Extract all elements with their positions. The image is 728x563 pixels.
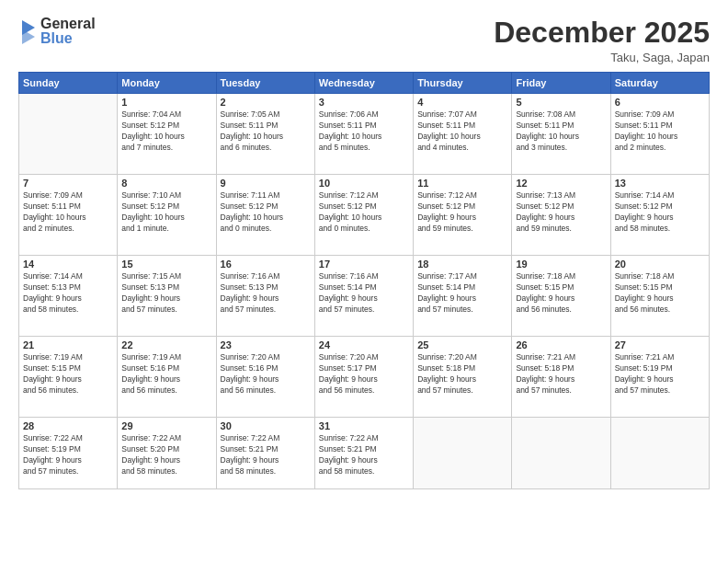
day-info: Sunrise: 7:22 AM Sunset: 5:21 PM Dayligh…	[221, 433, 311, 477]
day-number: 9	[221, 178, 311, 189]
day-number: 13	[615, 178, 705, 189]
calendar-cell: 4Sunrise: 7:07 AM Sunset: 5:11 PM Daylig…	[414, 94, 512, 175]
weekday-header: Thursday	[414, 73, 512, 94]
calendar-cell: 1Sunrise: 7:04 AM Sunset: 5:12 PM Daylig…	[118, 94, 216, 175]
day-number: 30	[221, 420, 311, 431]
day-number: 21	[23, 339, 113, 350]
day-info: Sunrise: 7:16 AM Sunset: 5:14 PM Dayligh…	[319, 271, 409, 316]
day-number: 5	[516, 97, 606, 108]
calendar-week-row: 21Sunrise: 7:19 AM Sunset: 5:15 PM Dayli…	[19, 337, 710, 418]
calendar-cell: 2Sunrise: 7:05 AM Sunset: 5:11 PM Daylig…	[216, 94, 314, 175]
day-info: Sunrise: 7:09 AM Sunset: 5:11 PM Dayligh…	[615, 109, 705, 154]
calendar: SundayMondayTuesdayWednesdayThursdayFrid…	[18, 72, 710, 489]
day-number: 6	[615, 97, 705, 108]
calendar-cell: 18Sunrise: 7:17 AM Sunset: 5:14 PM Dayli…	[414, 256, 512, 337]
weekday-header: Wednesday	[314, 73, 413, 94]
day-number: 8	[121, 178, 211, 189]
day-info: Sunrise: 7:14 AM Sunset: 5:13 PM Dayligh…	[23, 271, 113, 316]
day-number: 2	[221, 97, 311, 108]
calendar-cell: 16Sunrise: 7:16 AM Sunset: 5:13 PM Dayli…	[216, 256, 314, 337]
weekday-header: Monday	[118, 73, 216, 94]
calendar-cell: 6Sunrise: 7:09 AM Sunset: 5:11 PM Daylig…	[610, 94, 709, 175]
calendar-week-row: 28Sunrise: 7:22 AM Sunset: 5:19 PM Dayli…	[19, 418, 710, 489]
calendar-cell: 31Sunrise: 7:22 AM Sunset: 5:21 PM Dayli…	[314, 418, 413, 489]
calendar-cell: 17Sunrise: 7:16 AM Sunset: 5:14 PM Dayli…	[314, 256, 413, 337]
day-info: Sunrise: 7:22 AM Sunset: 5:21 PM Dayligh…	[319, 433, 409, 477]
page: General Blue December 2025 Taku, Saga, J…	[0, 0, 728, 563]
weekday-header: Sunday	[19, 73, 118, 94]
day-info: Sunrise: 7:21 AM Sunset: 5:18 PM Dayligh…	[516, 352, 606, 396]
calendar-cell: 11Sunrise: 7:12 AM Sunset: 5:12 PM Dayli…	[414, 175, 512, 256]
month-title: December 2025	[494, 17, 710, 49]
day-info: Sunrise: 7:11 AM Sunset: 5:12 PM Dayligh…	[221, 190, 311, 235]
day-number: 27	[615, 339, 705, 350]
day-info: Sunrise: 7:19 AM Sunset: 5:15 PM Dayligh…	[23, 352, 113, 396]
day-number: 28	[23, 420, 113, 431]
calendar-cell: 24Sunrise: 7:20 AM Sunset: 5:17 PM Dayli…	[314, 337, 413, 418]
day-info: Sunrise: 7:12 AM Sunset: 5:12 PM Dayligh…	[417, 190, 507, 235]
day-number: 17	[319, 259, 409, 270]
calendar-cell: 29Sunrise: 7:22 AM Sunset: 5:20 PM Dayli…	[118, 418, 216, 489]
day-info: Sunrise: 7:22 AM Sunset: 5:20 PM Dayligh…	[121, 433, 211, 477]
day-info: Sunrise: 7:21 AM Sunset: 5:19 PM Dayligh…	[615, 352, 705, 396]
day-info: Sunrise: 7:17 AM Sunset: 5:14 PM Dayligh…	[417, 271, 507, 316]
day-info: Sunrise: 7:15 AM Sunset: 5:13 PM Dayligh…	[121, 271, 211, 316]
title-area: December 2025 Taku, Saga, Japan	[494, 17, 710, 64]
calendar-cell: 3Sunrise: 7:06 AM Sunset: 5:11 PM Daylig…	[314, 94, 413, 175]
day-number: 31	[319, 420, 409, 431]
calendar-cell: 12Sunrise: 7:13 AM Sunset: 5:12 PM Dayli…	[512, 175, 610, 256]
day-number: 20	[615, 259, 705, 270]
day-number: 4	[417, 97, 507, 108]
calendar-cell: 26Sunrise: 7:21 AM Sunset: 5:18 PM Dayli…	[512, 337, 610, 418]
day-info: Sunrise: 7:05 AM Sunset: 5:11 PM Dayligh…	[221, 109, 311, 154]
calendar-cell: 21Sunrise: 7:19 AM Sunset: 5:15 PM Dayli…	[19, 337, 118, 418]
calendar-week-row: 14Sunrise: 7:14 AM Sunset: 5:13 PM Dayli…	[19, 256, 710, 337]
calendar-cell: 19Sunrise: 7:18 AM Sunset: 5:15 PM Dayli…	[512, 256, 610, 337]
day-number: 14	[23, 259, 113, 270]
day-number: 25	[417, 339, 507, 350]
day-number: 29	[121, 420, 211, 431]
calendar-cell: 27Sunrise: 7:21 AM Sunset: 5:19 PM Dayli…	[610, 337, 709, 418]
logo-blue-text: Blue	[40, 31, 96, 46]
logo-icon	[18, 18, 39, 44]
weekday-header: Tuesday	[216, 73, 314, 94]
day-info: Sunrise: 7:06 AM Sunset: 5:11 PM Dayligh…	[319, 109, 409, 154]
day-number: 11	[417, 178, 507, 189]
svg-marker-1	[22, 29, 35, 44]
calendar-cell: 22Sunrise: 7:19 AM Sunset: 5:16 PM Dayli…	[118, 337, 216, 418]
calendar-cell: 30Sunrise: 7:22 AM Sunset: 5:21 PM Dayli…	[216, 418, 314, 489]
day-info: Sunrise: 7:20 AM Sunset: 5:17 PM Dayligh…	[319, 352, 409, 396]
day-number: 16	[221, 259, 311, 270]
calendar-cell	[414, 418, 512, 489]
day-info: Sunrise: 7:14 AM Sunset: 5:12 PM Dayligh…	[615, 190, 705, 235]
day-info: Sunrise: 7:18 AM Sunset: 5:15 PM Dayligh…	[516, 271, 606, 316]
header: General Blue December 2025 Taku, Saga, J…	[18, 17, 710, 64]
weekday-header: Friday	[512, 73, 610, 94]
day-number: 24	[319, 339, 409, 350]
day-number: 26	[516, 339, 606, 350]
logo-general-text: General	[40, 17, 96, 31]
day-info: Sunrise: 7:22 AM Sunset: 5:19 PM Dayligh…	[23, 433, 113, 477]
weekday-header-row: SundayMondayTuesdayWednesdayThursdayFrid…	[19, 73, 710, 94]
calendar-cell: 28Sunrise: 7:22 AM Sunset: 5:19 PM Dayli…	[19, 418, 118, 489]
day-number: 7	[23, 178, 113, 189]
day-number: 1	[121, 97, 211, 108]
day-info: Sunrise: 7:20 AM Sunset: 5:16 PM Dayligh…	[221, 352, 311, 396]
day-info: Sunrise: 7:13 AM Sunset: 5:12 PM Dayligh…	[516, 190, 606, 235]
day-info: Sunrise: 7:12 AM Sunset: 5:12 PM Dayligh…	[319, 190, 409, 235]
calendar-week-row: 1Sunrise: 7:04 AM Sunset: 5:12 PM Daylig…	[19, 94, 710, 175]
day-number: 19	[516, 259, 606, 270]
day-info: Sunrise: 7:16 AM Sunset: 5:13 PM Dayligh…	[221, 271, 311, 316]
calendar-cell: 10Sunrise: 7:12 AM Sunset: 5:12 PM Dayli…	[314, 175, 413, 256]
day-info: Sunrise: 7:10 AM Sunset: 5:12 PM Dayligh…	[121, 190, 211, 235]
logo: General Blue	[18, 17, 96, 46]
weekday-header: Saturday	[610, 73, 709, 94]
day-number: 10	[319, 178, 409, 189]
day-info: Sunrise: 7:19 AM Sunset: 5:16 PM Dayligh…	[121, 352, 211, 396]
calendar-cell: 8Sunrise: 7:10 AM Sunset: 5:12 PM Daylig…	[118, 175, 216, 256]
calendar-cell	[19, 94, 118, 175]
day-info: Sunrise: 7:08 AM Sunset: 5:11 PM Dayligh…	[516, 109, 606, 154]
calendar-cell: 5Sunrise: 7:08 AM Sunset: 5:11 PM Daylig…	[512, 94, 610, 175]
day-number: 18	[417, 259, 507, 270]
day-info: Sunrise: 7:04 AM Sunset: 5:12 PM Dayligh…	[121, 109, 211, 154]
